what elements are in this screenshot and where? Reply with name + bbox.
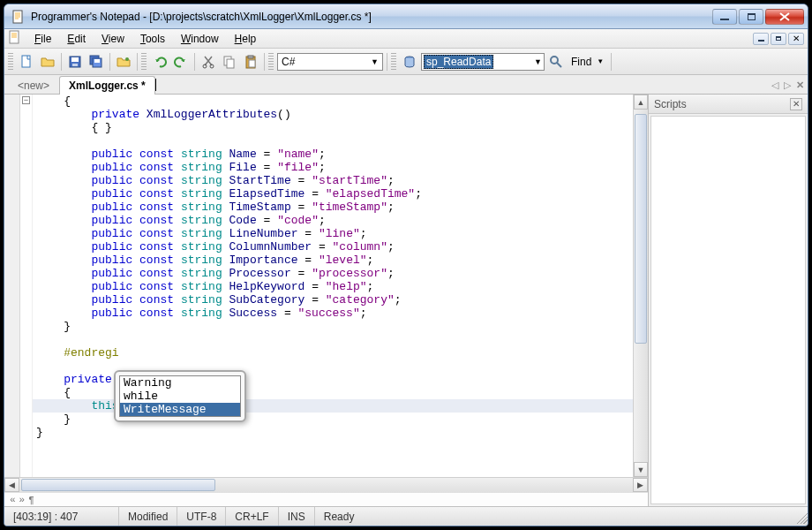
svg-rect-13 xyxy=(227,59,234,68)
main-window: Programmer's Notepad - [D:\projects\scra… xyxy=(4,4,808,526)
save-all-button[interactable] xyxy=(86,52,106,72)
find-label: Find xyxy=(571,56,591,68)
menu-tools[interactable]: Tools xyxy=(133,31,172,47)
toolbar-grip[interactable] xyxy=(8,53,13,71)
svg-rect-15 xyxy=(248,56,253,58)
chevron-down-icon: ▼ xyxy=(534,57,542,66)
chevron-down-icon: ▼ xyxy=(371,57,379,66)
autocomplete-list[interactable]: WarningwhileWriteMessage xyxy=(119,375,241,417)
fold-toolbar: « » ¶ xyxy=(4,492,648,506)
scripts-panel-body[interactable] xyxy=(650,116,806,504)
undo-button[interactable] xyxy=(150,52,169,72)
vertical-scrollbar[interactable]: ▲ ▼ xyxy=(633,95,648,477)
scroll-down-icon[interactable]: ▼ xyxy=(634,462,648,477)
tab-active[interactable]: XmlLogger.cs * xyxy=(59,76,155,95)
statusbar: [403:19] : 407 Modified UTF-8 CR+LF INS … xyxy=(4,506,808,526)
app-icon-small xyxy=(8,30,22,47)
panel-close-icon[interactable]: ✕ xyxy=(790,98,802,110)
chevron-down-icon: ▼ xyxy=(597,57,604,65)
scripts-panel-title: Scripts xyxy=(654,98,687,110)
mdi-minimize-button[interactable] xyxy=(753,33,769,45)
svg-rect-8 xyxy=(94,59,100,63)
close-button[interactable] xyxy=(765,9,804,25)
menu-window[interactable]: Window xyxy=(174,31,226,47)
language-value: C# xyxy=(282,56,295,68)
status-ins: INS xyxy=(279,507,315,526)
svg-point-9 xyxy=(125,57,129,61)
svg-rect-2 xyxy=(22,56,30,67)
status-encoding: UTF-8 xyxy=(177,507,226,526)
hscroll-thumb[interactable] xyxy=(21,479,215,491)
fold-box-icon[interactable]: − xyxy=(22,96,30,104)
titlebar[interactable]: Programmer's Notepad - [D:\projects\scra… xyxy=(4,4,808,29)
menu-file[interactable]: File xyxy=(27,31,58,47)
scroll-up-icon[interactable]: ▲ xyxy=(634,95,648,110)
menu-view[interactable]: View xyxy=(94,31,132,47)
status-pos: [403:19] : 407 xyxy=(4,507,119,526)
scripts-panel-header[interactable]: Scripts ✕ xyxy=(649,95,808,114)
status-modified: Modified xyxy=(119,507,177,526)
db-icon-button[interactable] xyxy=(400,52,419,72)
maximize-button[interactable] xyxy=(739,9,763,25)
cut-button[interactable] xyxy=(199,52,218,72)
app-icon xyxy=(11,10,26,24)
menu-help[interactable]: Help xyxy=(228,31,264,47)
menubar: File Edit View Tools Window Help ✕ xyxy=(4,29,808,49)
tab-new[interactable]: <new> xyxy=(8,76,59,95)
editor[interactable]: − { private XmlLoggerAttributes() { } pu… xyxy=(4,95,648,477)
autocomplete-item[interactable]: Warning xyxy=(120,376,240,390)
new-file-button[interactable] xyxy=(17,52,36,72)
tab-prev-icon[interactable]: ◁ xyxy=(771,80,778,91)
paste-button[interactable] xyxy=(241,52,260,72)
toolbar-grip-2[interactable] xyxy=(141,53,147,71)
magic-value: sp_ReadData xyxy=(424,55,493,69)
status-eol: CR+LF xyxy=(226,507,278,526)
scroll-right-icon[interactable]: ▶ xyxy=(633,478,648,492)
mdi-close-button[interactable]: ✕ xyxy=(788,33,804,45)
editor-margin xyxy=(4,95,20,477)
toolbar: C# ▼ sp_ReadData ▼ Find ▼ xyxy=(4,49,808,75)
fold-column[interactable]: − xyxy=(20,95,33,477)
fold-expand-icon[interactable]: » xyxy=(19,495,26,505)
svg-rect-16 xyxy=(249,60,255,67)
status-msg: Ready xyxy=(315,507,793,526)
open-folder-button[interactable] xyxy=(114,52,133,72)
tab-close-icon[interactable]: ✕ xyxy=(796,80,804,91)
autocomplete-popup: WarningwhileWriteMessage xyxy=(114,370,246,422)
menu-edit[interactable]: Edit xyxy=(60,31,93,47)
redo-button[interactable] xyxy=(171,52,191,72)
find-icon-button[interactable] xyxy=(546,52,566,72)
svg-rect-4 xyxy=(71,57,79,62)
show-ws-icon[interactable]: ¶ xyxy=(28,495,34,505)
scripts-panel: Scripts ✕ xyxy=(649,95,808,506)
horizontal-scrollbar[interactable]: ◀ ▶ xyxy=(4,477,648,492)
autocomplete-item[interactable]: while xyxy=(120,390,240,403)
editor-column: − { private XmlLoggerAttributes() { } pu… xyxy=(4,95,649,506)
tabstrip: <new> XmlLogger.cs * ◁ ▷ ✕ xyxy=(4,75,808,95)
workspace: − { private XmlLoggerAttributes() { } pu… xyxy=(4,95,808,506)
resize-grip-icon[interactable] xyxy=(793,510,808,524)
vscroll-thumb[interactable] xyxy=(635,114,647,344)
open-file-button[interactable] xyxy=(38,52,57,72)
save-button[interactable] xyxy=(65,52,85,72)
toolbar-grip-4[interactable] xyxy=(391,53,396,71)
tab-next-icon[interactable]: ▷ xyxy=(784,80,791,91)
window-title: Programmer's Notepad - [D:\projects\scra… xyxy=(31,11,705,23)
find-button[interactable]: Find ▼ xyxy=(568,53,607,71)
mdi-restore-button[interactable] xyxy=(771,33,786,45)
toolbar-grip-3[interactable] xyxy=(268,53,274,71)
autocomplete-item[interactable]: WriteMessage xyxy=(120,403,240,416)
scroll-left-icon[interactable]: ◀ xyxy=(4,478,19,492)
magic-select[interactable]: sp_ReadData ▼ xyxy=(421,53,545,71)
minimize-button[interactable] xyxy=(712,9,737,25)
fold-collapse-icon[interactable]: « xyxy=(10,495,16,505)
language-select[interactable]: C# ▼ xyxy=(277,53,383,71)
svg-rect-5 xyxy=(72,64,78,66)
svg-point-18 xyxy=(551,57,558,64)
copy-button[interactable] xyxy=(220,52,239,72)
